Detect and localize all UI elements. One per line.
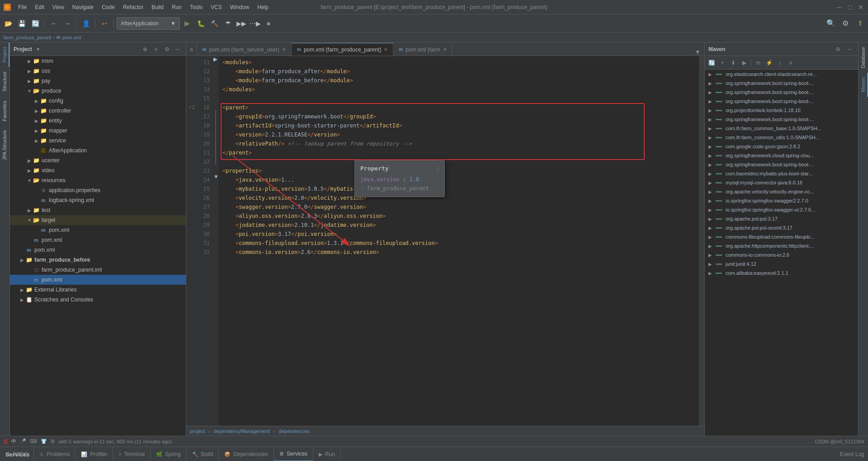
menu-tools[interactable]: Tools [186,2,206,12]
event-log-button[interactable]: Event Log [840,451,864,457]
build-button[interactable]: 🔨 [208,17,221,30]
maven-settings-button[interactable]: ⚙ [833,44,843,54]
menu-file[interactable]: File [14,2,30,12]
maven-minimize-button[interactable]: ─ [844,44,854,54]
run-config-dropdown[interactable]: AfterApplication ▼ [117,17,180,30]
maven-add-button[interactable]: + [717,58,727,68]
tab-pom-farm[interactable]: m pom.xml (farm ✕ [393,43,453,56]
open-file-button[interactable]: 📂 [2,17,14,30]
maven-dep-lombok[interactable]: ▶ org.projectlombok:lombok:1.18.10 [705,106,858,115]
maven-download-button[interactable]: ⬇ [728,58,738,68]
tooltip-more-button[interactable]: ⋮ [435,164,441,173]
menu-help[interactable]: Help [254,2,272,12]
bottom-tab-todo[interactable]: ☑ TODO [0,447,34,461]
back-button[interactable]: ← [47,17,60,30]
panel-minimize-button[interactable]: ─ [173,45,182,54]
maven-dep-springfox-swagger2[interactable]: ▶ io.springfox:springfox-swagger2:2.7.0 [705,196,858,205]
editor-breadcrumb-project[interactable]: project [190,428,205,434]
maven-dep-fileupload[interactable]: ▶ commons-fileupload:commons-fileuplo... [705,232,858,241]
tree-item-entity[interactable]: ▶ 📁 entity [10,116,186,126]
maven-skip-tests-button[interactable]: ⚡ [764,58,774,68]
panel-scope-button[interactable]: ⊕ [141,45,150,54]
menu-vcs[interactable]: VCS [207,2,226,12]
tab-extra-button[interactable]: a [186,43,197,56]
debug-button[interactable]: 🐛 [194,17,207,30]
maven-dep-httpclient[interactable]: ▶ org.apache.httpcomponents:httpclient:.… [705,241,858,250]
menu-edit[interactable]: Edit [31,2,48,12]
maven-dep-farm-common-base[interactable]: ▶ com.lh:farm_common_base:1.0-SNAPSH... [705,124,858,133]
bottom-tab-dependencies[interactable]: 📦 Dependencies [219,447,274,461]
maven-dep-elasticsearch[interactable]: ▶ org.elasticsearch.client:elasticsearch… [705,70,858,79]
menu-code[interactable]: Code [98,2,118,12]
tree-item-appprops[interactable]: ⚙ application.properties [10,185,186,195]
tree-item-mapper[interactable]: ▶ 📁 mapper [10,126,186,136]
window-controls[interactable]: ─ □ ✕ [835,4,864,11]
tree-item-ext-libs[interactable]: ▶ 📁 External Libraries [10,285,186,295]
maven-dep-spring-boot-1[interactable]: ▶ org.springframework.boot:spring-boot-.… [705,79,858,88]
maven-expand-button[interactable]: ≡ [786,58,796,68]
menu-bar[interactable]: File Edit View Navigate Code Refactor Bu… [14,2,272,12]
tree-item-scratches[interactable]: ▶ 📋 Scratches and Consoles [10,295,186,305]
tree-item-pom-target[interactable]: m pom.xml [10,225,186,235]
more-run-button[interactable]: ⋯▶ [249,17,261,30]
bottom-tab-terminal[interactable]: > Terminal [113,447,151,461]
tab-close-3[interactable]: ✕ [443,47,447,52]
tree-item-pay[interactable]: ▶ 📁 pay [10,76,186,86]
editor-breadcrumb-dep-mgmt[interactable]: dependencyManagement [214,428,270,434]
menu-window[interactable]: Window [226,2,253,12]
save-button[interactable]: 💾 [15,17,28,30]
coverage-button[interactable]: ☂ [222,17,234,30]
sidebar-tab-favorites[interactable]: Favorites [0,96,9,126]
bottom-tab-services[interactable]: ⚙ Services [274,447,313,461]
maven-dep-springfox-swagger-ui[interactable]: ▶ io.springfox:springfox-swagger-ui:2.7.… [705,205,858,214]
maven-dep-spring-boot-5[interactable]: ▶ org.springframework.boot:spring-boot-.… [705,160,858,169]
stop-button[interactable]: ■ [262,17,275,30]
tree-item-logback[interactable]: m logback-spring.xml [10,195,186,205]
run-button[interactable]: ▶ [181,17,193,30]
maven-dep-junit[interactable]: ▶ junit:junit:4.12 [705,259,858,268]
tab-close-2[interactable]: ✕ [384,47,387,52]
maven-dep-farm-common-utils[interactable]: ▶ com.lh:farm_common_utils:1.0-SNAPSH... [705,133,858,142]
user-button[interactable]: 👤 [80,17,92,30]
tree-item-produce[interactable]: ▼ 📂 produce [10,86,186,96]
maven-dep-velocity[interactable]: ▶ org.apache.velocity:velocity-engine-co… [705,187,858,196]
maven-lifecycle-button[interactable]: m [753,58,763,68]
editor-scrollbar[interactable] [699,56,704,426]
panel-settings-button[interactable]: ⚙ [162,45,171,54]
menu-navigate[interactable]: Navigate [69,2,97,12]
tree-item-msm[interactable]: ▶ 📁 msm [10,56,186,66]
bottom-tab-problems[interactable]: ⚠ Problems [34,447,75,461]
maven-toggle-button[interactable]: ↕ [775,58,785,68]
maven-dep-spring-boot-2[interactable]: ▶ org.springframework.boot:spring-boot-.… [705,88,858,97]
tree-item-pom-root[interactable]: m pom.xml [10,245,186,255]
tree-item-config[interactable]: ▶ 📁 config [10,96,186,106]
undo-button[interactable]: ↩ [98,17,111,30]
maven-dep-poi-ooxml[interactable]: ▶ org.apache.poi:poi-ooxml:3.17 [705,223,858,232]
sidebar-tab-jpa[interactable]: JPA Structure [0,126,9,165]
tab-pom-produce-parent[interactable]: m pom.xml (farm_produce_parent) ✕ [292,43,393,56]
panel-collapse-button[interactable]: ≡ [151,45,160,54]
editor-breadcrumb-deps[interactable]: dependencies [279,428,310,434]
tree-item-farm-before[interactable]: ▶ 📁 farm_produce_before [10,255,186,265]
search-everywhere-button[interactable]: 🔍 [825,17,837,30]
settings-button[interactable]: ⚙ [839,17,852,30]
menu-refactor[interactable]: Refactor [119,2,147,12]
tree-item-afterapp[interactable]: C AfterApplication [10,146,186,155]
maven-dep-mybatis-plus[interactable]: ▶ com.baomidou:mybatis-plus-boot-star... [705,169,858,178]
tree-item-ucenter[interactable]: ▶ 📁 ucenter [10,155,186,165]
maven-dep-easyexcel[interactable]: ▶ com.alibaba:easyexcel:2.1.1 [705,268,858,278]
right-tab-maven[interactable]: Maven [859,73,868,97]
maven-dep-poi[interactable]: ▶ org.apache.poi:poi:3.17 [705,214,858,223]
code-content[interactable]: <modules> <module>farm_produce_after</mo… [219,56,699,426]
tree-item-service[interactable]: ▶ 📁 service [10,136,186,146]
maven-run-button[interactable]: ▶ [739,58,749,68]
tree-item-controller[interactable]: ▶ 📁 controller [10,106,186,116]
panel-dropdown-icon[interactable]: ▼ [36,47,41,52]
bottom-tab-build[interactable]: 🔨 Build [187,447,219,461]
bottom-tab-run[interactable]: ▶ Run [313,447,341,461]
maven-dep-gson[interactable]: ▶ com.google.code.gson:gson:2.8.2 [705,142,858,151]
bottom-tab-spring[interactable]: 🌿 Spring [151,447,187,461]
forward-button[interactable]: → [61,17,74,30]
maven-dep-mysql[interactable]: ▶ mysql:mysql-connector-java:8.0.18 [705,178,858,187]
menu-run[interactable]: Run [168,2,185,12]
